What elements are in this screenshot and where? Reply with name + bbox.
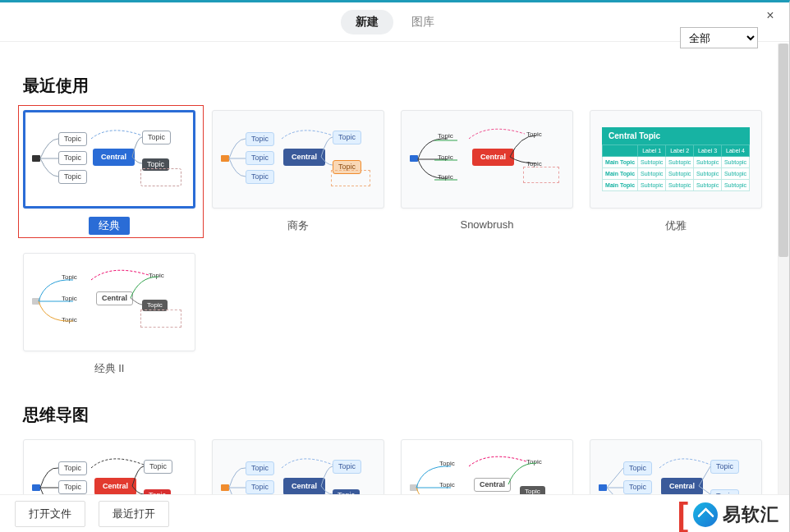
template-label: 经典 bbox=[89, 217, 130, 235]
filter-select[interactable]: 全部 bbox=[680, 27, 758, 48]
open-file-button[interactable]: 打开文件 bbox=[15, 501, 85, 527]
template-card-elegant[interactable]: Central Topic Label 1 Label 2 Label 3 La… bbox=[590, 110, 762, 235]
template-thumb: Topic Topic Topic Central Topic Topic bbox=[401, 110, 573, 209]
connector-lines bbox=[27, 257, 191, 347]
mindmap-grid: Topic Topic Topic Central Topic Topic bbox=[23, 439, 766, 494]
connector-lines bbox=[405, 114, 569, 204]
tab-new[interactable]: 新建 bbox=[341, 10, 393, 34]
section-title-mindmap: 思维导图 bbox=[23, 404, 766, 426]
section-title-recent: 最近使用 bbox=[23, 75, 766, 97]
recent-grid: Topic Topic Topic Central Topic Topic 经典 bbox=[23, 110, 766, 378]
template-card-business[interactable]: Topic Topic Topic Central Topic Topic 商务 bbox=[212, 110, 384, 235]
template-card[interactable]: Topic Topic Topic Central Topic Topic bbox=[590, 439, 762, 494]
template-card[interactable]: Topic Topic Topic Central Topic Topic bbox=[401, 439, 573, 494]
table-header: Central Topic bbox=[602, 127, 750, 144]
watermark: [ 易软汇 bbox=[674, 499, 783, 530]
connector-lines bbox=[216, 443, 380, 494]
header-tabs: 新建 图库 bbox=[341, 10, 449, 34]
template-thumb: Topic Topic Topic Central Topic Topic bbox=[401, 439, 573, 494]
close-icon[interactable]: × bbox=[758, 7, 783, 27]
template-label: 优雅 bbox=[655, 217, 696, 235]
footer: 打开文件 最近打开 bbox=[0, 494, 789, 532]
logo-icon bbox=[693, 502, 718, 527]
connector-lines bbox=[27, 114, 191, 204]
elegant-table: Label 1 Label 2 Label 3 Label 4 Main Top… bbox=[602, 144, 750, 191]
template-thumb: Central Topic Label 1 Label 2 Label 3 La… bbox=[590, 110, 762, 209]
template-card[interactable]: Topic Topic Topic Central Topic Topic bbox=[212, 439, 384, 494]
template-thumb: Topic Topic Topic Central Topic Topic bbox=[23, 439, 195, 494]
tab-library[interactable]: 图库 bbox=[397, 10, 449, 34]
connector-lines bbox=[594, 443, 758, 494]
template-card-snowbrush[interactable]: Topic Topic Topic Central Topic Topic bbox=[401, 110, 573, 235]
template-label: 经典 II bbox=[85, 360, 135, 378]
template-card[interactable]: Topic Topic Topic Central Topic Topic bbox=[23, 439, 195, 494]
template-thumb: Topic Topic Topic Central Topic Topic bbox=[590, 439, 762, 494]
template-thumb: Topic Topic Topic Central Topic Topic bbox=[212, 110, 384, 209]
bracket-icon: [ bbox=[677, 502, 688, 527]
connector-lines bbox=[405, 443, 569, 494]
template-thumb: Topic Topic Topic Central Topic Topic bbox=[23, 253, 195, 351]
recent-open-button[interactable]: 最近打开 bbox=[99, 501, 169, 527]
template-card-classic2[interactable]: Topic Topic Topic Central Topic Topic bbox=[23, 253, 195, 378]
content-area: 最近使用 Topic Topic Topic Central Topic Top… bbox=[0, 52, 781, 494]
template-card-classic[interactable]: Topic Topic Topic Central Topic Topic 经典 bbox=[23, 110, 195, 235]
template-label: 商务 bbox=[278, 217, 319, 235]
connector-lines bbox=[27, 443, 191, 494]
connector-lines bbox=[216, 114, 380, 204]
header: 新建 图库 × bbox=[0, 2, 789, 42]
template-thumb: Topic Topic Topic Central Topic Topic bbox=[23, 110, 195, 209]
template-thumb: Topic Topic Topic Central Topic Topic bbox=[212, 439, 384, 494]
template-label: Snowbrush bbox=[450, 217, 523, 232]
watermark-text: 易软汇 bbox=[723, 502, 779, 527]
